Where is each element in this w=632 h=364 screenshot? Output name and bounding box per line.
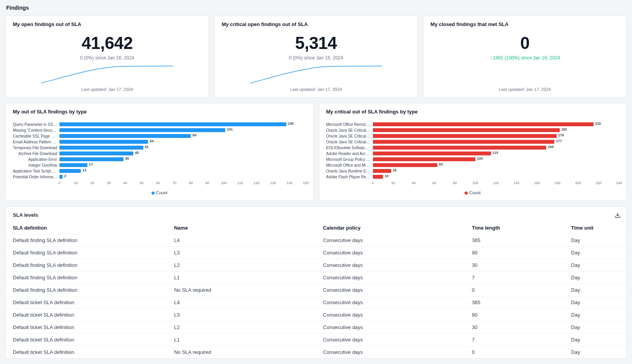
kpi-card-closed-met-sla: My closed findings that met SLA 0 2491 (… <box>423 16 627 98</box>
table-row[interactable]: Default ticket SLA definitionL1Consecuti… <box>6 334 626 346</box>
table-header-cell[interactable]: Name <box>167 222 316 234</box>
bar-row[interactable]: Application Error39 <box>13 157 306 162</box>
axis-tick: 100 <box>472 181 478 185</box>
bar-row[interactable]: Oracle Java SE Critical Pat...177 <box>326 139 620 145</box>
bar-fill <box>373 175 383 179</box>
bar-row[interactable]: Adobe Reader and Acroba...115 <box>326 151 620 156</box>
bar-row[interactable]: Archive File Download45 <box>13 151 306 156</box>
table-row[interactable]: Default ticket SLA definitionL2Consecuti… <box>6 321 626 334</box>
bar-row[interactable]: Application Test Script Det...13 <box>13 168 306 174</box>
sparkline <box>430 61 619 84</box>
table-cell: L4 <box>167 234 316 247</box>
table-cell: L1 <box>167 334 316 346</box>
table-cell: Day <box>564 234 626 247</box>
table-header-cell[interactable]: SLA definition <box>6 222 167 234</box>
bar-row[interactable]: Microsoft Office Remote C...215 <box>326 122 620 127</box>
table-cell: Default ticket SLA definition <box>6 321 167 334</box>
barchart[interactable]: Microsoft Office Remote C...215Oracle Ja… <box>326 122 620 186</box>
bar-row[interactable]: Email Address Pattern Fou...54 <box>13 139 306 145</box>
bar-track: 54 <box>59 140 306 144</box>
bar-row[interactable]: Adobe Flash Player Remot...10 <box>326 174 620 179</box>
table-cell: 30 <box>465 259 564 272</box>
table-cell: L4 <box>167 296 316 309</box>
barchart-title: My critical out of SLA findings by type <box>326 109 620 115</box>
table-row[interactable]: Default finding SLA definitionL2Consecut… <box>6 259 626 272</box>
bar-track: 45 <box>59 152 306 155</box>
bar-value: 169 <box>548 145 554 149</box>
table-row[interactable]: Default finding SLA definitionL4Consecut… <box>6 234 626 247</box>
table-cell: Day <box>564 334 626 346</box>
bar-row[interactable]: Microsoft Office and Micro...63 <box>326 162 620 168</box>
bar-track: 18 <box>373 169 620 173</box>
table-cell: Day <box>564 309 626 321</box>
table-cell: Day <box>564 346 626 359</box>
bar-value: 80 <box>192 133 196 137</box>
bar-row[interactable]: Temporary File Download51 <box>13 145 306 150</box>
axis-tick: 40 <box>412 181 416 185</box>
table-cell: Default ticket SLA definition <box>6 346 167 359</box>
table-cell: Default finding SLA definition <box>6 247 167 259</box>
bar-value: 17 <box>89 162 93 166</box>
bar-value: 18 <box>393 168 397 172</box>
bar-row[interactable]: Oracle Java SE Critical Pat...182 <box>326 127 620 133</box>
bar-fill <box>59 157 124 161</box>
table-cell: No SLA required <box>167 284 316 296</box>
kpi-title: My open findings out of SLA <box>13 21 202 27</box>
table-cell: Consecutive days <box>316 321 465 334</box>
download-icon[interactable] <box>615 212 621 219</box>
bar-value: 10 <box>385 174 388 178</box>
page-title: Findings <box>6 5 627 11</box>
bar-row[interactable]: Missing "Content-Security...101 <box>13 127 306 133</box>
table-cell: Day <box>564 284 626 296</box>
bar-value: 45 <box>135 151 139 155</box>
bar-row[interactable]: Oracle Java SE Critical Pat...179 <box>326 133 620 139</box>
bar-row[interactable]: Integer Overflow17 <box>13 162 306 168</box>
bar-fill <box>373 140 555 144</box>
axis-tick: 0 <box>372 181 374 185</box>
kpi-delta: 0 (0%) since Jan 16, 2024 <box>13 55 202 61</box>
bar-track: 115 <box>373 152 620 155</box>
bar-track: 10 <box>373 175 620 179</box>
bar-track: 182 <box>373 128 620 132</box>
table-row[interactable]: Default ticket SLA definitionL3Consecuti… <box>6 309 626 321</box>
sparkline <box>222 61 411 84</box>
bar-row[interactable]: Microsoft Group Policy Re...100 <box>326 157 620 162</box>
table-row[interactable]: Default finding SLA definitionL1Consecut… <box>6 272 626 284</box>
axis-tick: 110 <box>237 181 243 185</box>
table-cell: Consecutive days <box>316 284 465 296</box>
kpi-row: My open findings out of SLA 41,642 0 (0%… <box>5 16 627 98</box>
table-header-row: SLA definitionNameCalendar policyTime le… <box>6 222 626 234</box>
bar-row[interactable]: Cacheable SSL Page Found80 <box>13 133 306 139</box>
table-cell: Default finding SLA definition <box>6 259 167 272</box>
bar-value: 2 <box>64 174 66 178</box>
axis-tick: 120 <box>493 181 499 185</box>
table-header-cell[interactable]: Time length <box>465 222 564 234</box>
kpi-value: 41,642 <box>13 33 202 53</box>
table-header-cell[interactable]: Calendar policy <box>316 222 465 234</box>
bar-row[interactable]: Potential Order Informatio...2 <box>13 174 306 179</box>
bar-label: Adobe Flash Player Remot... <box>326 175 373 179</box>
bar-label: Archive File Download <box>13 152 59 156</box>
table-row[interactable]: Default ticket SLA definitionL4Consecuti… <box>6 296 626 309</box>
axis-tick: 180 <box>555 181 561 185</box>
bar-track: 80 <box>59 134 306 138</box>
bar-label: Adobe Reader and Acroba... <box>326 152 373 156</box>
table-cell: Consecutive days <box>316 309 465 321</box>
bar-track: 177 <box>373 140 620 144</box>
bar-label: Microsoft Office and Micro... <box>326 163 373 167</box>
table-row[interactable]: Default finding SLA definitionL3Consecut… <box>6 247 626 259</box>
axis-tick: 60 <box>156 181 160 185</box>
table-row[interactable]: Default finding SLA definitionNo SLA req… <box>6 284 626 296</box>
bar-label: Application Error <box>13 157 59 162</box>
table-header-cell[interactable]: Time unit <box>564 222 626 234</box>
table-cell: Consecutive days <box>316 234 465 247</box>
table-row[interactable]: Default ticket SLA definitionNo SLA requ… <box>6 346 626 359</box>
bar-row[interactable]: EOL/Obsolete Software: O...169 <box>326 145 620 150</box>
bar-row[interactable]: Oracle Java Runtime Envir...18 <box>326 168 620 174</box>
bar-fill <box>59 128 225 132</box>
axis-tick: 220 <box>596 181 602 185</box>
bar-row[interactable]: Query Parameter in SSL R...138 <box>13 122 306 127</box>
barchart[interactable]: Query Parameter in SSL R...138Missing "C… <box>13 122 306 186</box>
bar-fill <box>373 152 491 155</box>
table-cell: 0 <box>465 284 564 296</box>
